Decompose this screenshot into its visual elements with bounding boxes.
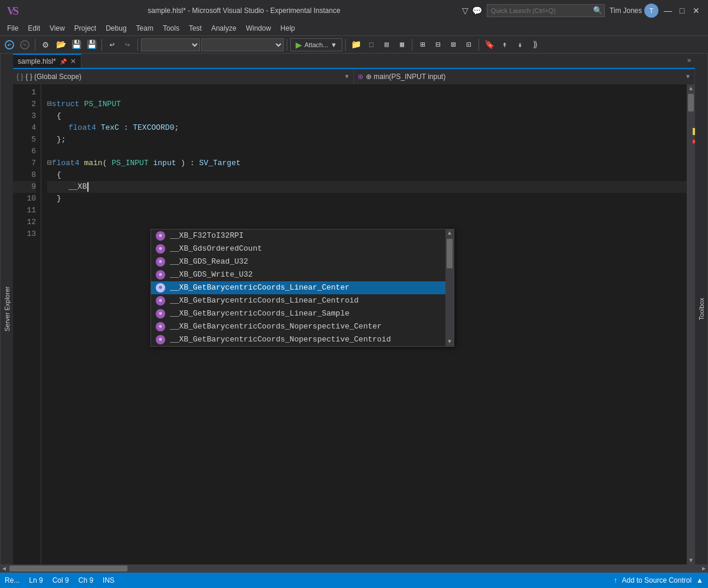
attach-label: Attach... bbox=[304, 41, 328, 48]
code-content[interactable]: ⊟struct PS_INPUT { float4 TexC : TEXCOOR… bbox=[41, 84, 687, 564]
ac-item-0[interactable]: ⊕ __XB_F32ToI32RPI bbox=[151, 229, 454, 242]
toolbar-folder-btn[interactable]: 📁 bbox=[349, 38, 363, 52]
code-line-5: }; bbox=[47, 134, 687, 146]
file-tab[interactable]: sample.hlsl* 📌 ✕ bbox=[13, 54, 81, 68]
h-scroll-thumb[interactable] bbox=[9, 566, 127, 571]
scroll-up-button[interactable]: ▲ bbox=[687, 84, 695, 93]
quick-launch-input[interactable] bbox=[487, 4, 605, 17]
tab-pin[interactable]: 📌 bbox=[60, 58, 67, 65]
ac-scroll-down[interactable]: ▼ bbox=[445, 338, 454, 346]
menu-team[interactable]: Team bbox=[132, 21, 158, 35]
menu-edit[interactable]: Edit bbox=[23, 21, 45, 35]
restore-button[interactable]: □ bbox=[675, 4, 689, 18]
ac-item-7[interactable]: ⊕ __XB_GetBarycentricCoords_Noperspectiv… bbox=[151, 320, 454, 333]
menu-help[interactable]: Help bbox=[276, 21, 300, 35]
code-line-1 bbox=[47, 87, 687, 98]
autocomplete-scrollbar[interactable]: ▲ ▼ bbox=[445, 229, 454, 346]
right-scrollbar[interactable]: ▲ ▼ bbox=[687, 84, 695, 564]
tab-scroll-button[interactable]: » bbox=[683, 54, 695, 68]
ac-item-label-6: __XB_GetBarycentricCoords_Linear_Sample bbox=[170, 308, 349, 320]
ac-item-icon-0: ⊕ bbox=[156, 231, 165, 241]
h-scroll-right[interactable]: ▶ bbox=[700, 564, 708, 573]
toolbar-btn-7[interactable]: ⊟ bbox=[431, 38, 445, 52]
ac-item-label-5: __XB_GetBarycentricCoords_Linear_Centroi… bbox=[170, 295, 359, 307]
config-dropdown[interactable] bbox=[141, 38, 200, 51]
source-control-arrow[interactable]: ▲ bbox=[696, 576, 703, 584]
toolbar-separator-2 bbox=[101, 39, 102, 51]
menu-analyze[interactable]: Analyze bbox=[206, 21, 241, 35]
menu-bar: File Edit View Project Debug Team Tools … bbox=[0, 21, 708, 36]
toolbar-btn-6[interactable]: ⊞ bbox=[415, 38, 430, 52]
ac-item-8[interactable]: ⊕ __XB_GetBarycentricCoords_Noperspectiv… bbox=[151, 333, 454, 346]
svg-text:↷: ↷ bbox=[22, 41, 27, 50]
attach-button[interactable]: ▶ Attach... ▼ bbox=[290, 38, 342, 51]
menu-project[interactable]: Project bbox=[70, 21, 101, 35]
scope-dropdown[interactable]: { } { } (Global Scope) ▼ bbox=[13, 69, 354, 84]
function-label: ⊕ ⊕ main(PS_INPUT input) bbox=[358, 73, 445, 81]
scrollbar-track[interactable] bbox=[687, 93, 695, 556]
undo-button[interactable]: ↩ bbox=[105, 38, 119, 52]
server-explorer-tab[interactable]: Server Explorer bbox=[0, 54, 13, 564]
ac-scrollbar-thumb[interactable] bbox=[447, 239, 453, 268]
h-scroll-track[interactable] bbox=[8, 564, 700, 573]
filter-icon[interactable]: ▽ bbox=[462, 6, 468, 15]
toolbar-btn-8[interactable]: ⊠ bbox=[446, 38, 460, 52]
ac-item-icon-4: ⊕ bbox=[156, 283, 165, 293]
ac-item-label-2: __XB_GDS_Read_U32 bbox=[170, 256, 248, 268]
toolbar-btn-10[interactable]: ↟ bbox=[497, 38, 512, 52]
ac-item-5[interactable]: ⊕ __XB_GetBarycentricCoords_Linear_Centr… bbox=[151, 294, 454, 307]
tab-label: sample.hlsl* bbox=[18, 57, 56, 65]
menu-window[interactable]: Window bbox=[241, 21, 276, 35]
tab-close[interactable]: ✕ bbox=[70, 57, 76, 65]
back-button[interactable]: ↶ bbox=[2, 38, 17, 52]
function-dropdown[interactable]: ⊕ ⊕ main(PS_INPUT input) ▼ bbox=[354, 69, 695, 84]
source-control[interactable]: Add to Source Control bbox=[622, 576, 691, 584]
forward-button[interactable]: ↷ bbox=[18, 38, 32, 52]
code-line-2: ⊟struct PS_INPUT bbox=[47, 98, 687, 110]
code-editor[interactable]: 1 2 3 4 5 6 7 8 9 10 11 12 13 ⊟struc bbox=[13, 84, 695, 564]
toolbar-separator-3 bbox=[137, 39, 138, 51]
save-button[interactable]: 💾 bbox=[69, 38, 83, 52]
code-line-3: { bbox=[47, 110, 687, 122]
ac-item-icon-5: ⊕ bbox=[156, 296, 165, 306]
ac-item-6[interactable]: ⊕ __XB_GetBarycentricCoords_Linear_Sampl… bbox=[151, 307, 454, 320]
toolbar-separator-6 bbox=[412, 39, 412, 51]
menu-debug[interactable]: Debug bbox=[101, 21, 131, 35]
attach-dropdown-icon[interactable]: ▼ bbox=[330, 41, 337, 48]
ac-item-2[interactable]: ⊕ __XB_GDS_Read_U32 bbox=[151, 255, 454, 268]
redo-button[interactable]: ↪ bbox=[120, 38, 135, 52]
toolbar-btn-5[interactable]: ▦ bbox=[395, 38, 409, 52]
code-line-7: ⊟float4 main( PS_INPUT input ) : SV_Targ… bbox=[47, 157, 687, 169]
autocomplete-dropdown[interactable]: ⊕ __XB_F32ToI32RPI ⊕ __XB_GdsOrderedCoun… bbox=[150, 229, 454, 347]
menu-test[interactable]: Test bbox=[184, 21, 206, 35]
h-scroll-left[interactable]: ◀ bbox=[0, 564, 8, 573]
menu-file[interactable]: File bbox=[2, 21, 23, 35]
ac-item-label-4: __XB_GetBarycentricCoords_Linear_Center bbox=[170, 282, 349, 294]
ac-item-3[interactable]: ⊕ __XB_GDS_Write_U32 bbox=[151, 268, 454, 281]
feedback-icon[interactable]: 💬 bbox=[472, 6, 482, 15]
scroll-down-button[interactable]: ▼ bbox=[687, 556, 695, 564]
ac-scroll-up[interactable]: ▲ bbox=[445, 229, 454, 238]
toolbar-btn-2[interactable]: 📂 bbox=[54, 38, 68, 52]
toolbar-btn-1[interactable]: ⚙ bbox=[38, 38, 53, 52]
toolbar-btn-11[interactable]: ↡ bbox=[513, 38, 527, 52]
ac-item-4[interactable]: ⊕ __XB_GetBarycentricCoords_Linear_Cente… bbox=[151, 281, 454, 294]
save-all-button[interactable]: 💾 bbox=[84, 38, 99, 52]
ac-item-label-0: __XB_F32ToI32RPI bbox=[170, 230, 244, 242]
h-scrollbar[interactable]: ◀ ▶ bbox=[0, 564, 708, 573]
code-line-9[interactable]: __XB bbox=[47, 181, 687, 193]
scrollbar-thumb[interactable] bbox=[688, 94, 694, 111]
user-name[interactable]: Tim Jones bbox=[609, 6, 642, 15]
menu-view[interactable]: View bbox=[45, 21, 70, 35]
toolbar-btn-3[interactable]: ⬚ bbox=[364, 38, 378, 52]
toolbox-tab[interactable]: Toolbox bbox=[695, 54, 708, 564]
toolbar-btn-9[interactable]: ⊡ bbox=[461, 38, 476, 52]
close-button[interactable]: ✕ bbox=[689, 4, 703, 18]
ac-item-1[interactable]: ⊕ __XB_GdsOrderedCount bbox=[151, 242, 454, 255]
minimize-button[interactable]: — bbox=[661, 4, 675, 18]
toolbar-btn-4[interactable]: ▤ bbox=[379, 38, 394, 52]
platform-dropdown[interactable] bbox=[201, 38, 284, 51]
toolbar-btn-12[interactable]: ⟫ bbox=[528, 38, 542, 52]
menu-tools[interactable]: Tools bbox=[158, 21, 184, 35]
bookmark-button[interactable]: 🔖 bbox=[482, 38, 496, 52]
